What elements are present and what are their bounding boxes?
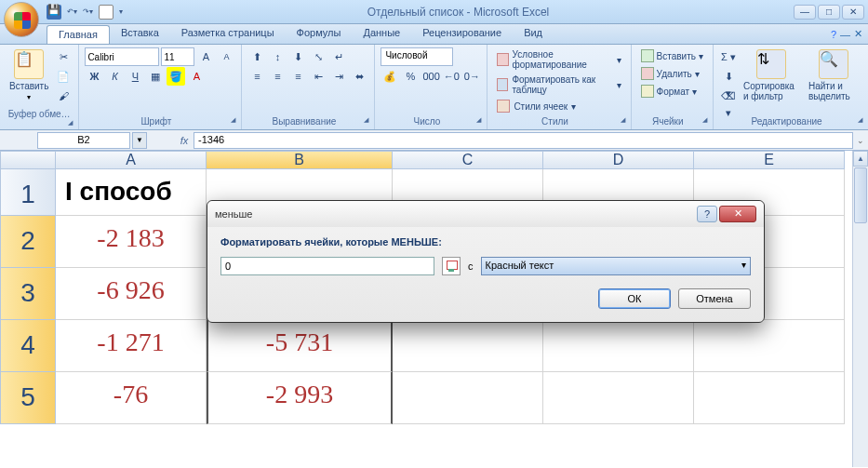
cell-styles-button[interactable]: Стили ячеек ▾ [493,98,580,114]
orientation-icon[interactable]: ⤡ [309,47,327,66]
italic-button[interactable]: К [105,67,124,86]
vertical-scrollbar[interactable]: ▲ [852,151,868,467]
clear-icon[interactable]: ⌫ ▾ [719,87,738,105]
dialog-close-button[interactable]: ✕ [719,206,756,222]
percent-icon[interactable]: % [401,67,420,86]
tab-review[interactable]: Рецензирование [411,24,513,44]
delete-cells-button[interactable]: Удалить ▾ [637,65,703,82]
currency-icon[interactable]: 💰 [381,67,399,86]
align-mid-icon[interactable]: ↕ [268,47,287,66]
insert-cells-button[interactable]: Вставить ▾ [637,47,707,64]
fill-color-icon[interactable]: 🪣 [167,67,185,86]
tab-insert[interactable]: Вставка [110,24,170,44]
cell[interactable] [543,320,694,372]
col-header-e[interactable]: E [694,151,845,169]
underline-button[interactable]: Ч [126,67,144,86]
fill-icon[interactable]: ⬇ ▾ [719,67,738,86]
format-cells-button[interactable]: Формат ▾ [637,83,701,100]
border-icon[interactable]: ▦ [146,67,165,86]
formula-input[interactable]: -1346 [194,132,853,149]
tab-formulas[interactable]: Формулы [286,24,353,44]
qat-item[interactable] [99,5,114,20]
undo-icon[interactable]: ↶▾ [67,7,77,16]
dec-decimal-icon[interactable]: 0→ [462,67,481,86]
row-header[interactable]: 1 [0,169,56,216]
align-bot-icon[interactable]: ⬇ [288,47,307,66]
sort-filter-button[interactable]: ⇅ Сортировка и фильтр [740,47,803,103]
cell[interactable]: -2 993 [207,372,393,424]
cell[interactable] [393,372,543,424]
col-header-c[interactable]: C [393,151,543,169]
maximize-button[interactable]: □ [818,5,840,20]
align-left-icon[interactable]: ≡ [247,67,266,86]
tab-home[interactable]: Главная [47,25,110,44]
cell[interactable] [543,372,694,424]
copy-icon[interactable]: 📄 [54,67,73,86]
cell[interactable]: I способ [56,169,207,216]
ribbon-min-icon[interactable]: — [840,29,850,40]
format-painter-icon[interactable]: 🖌 [54,87,73,105]
dialog-help-button[interactable]: ? [697,206,717,222]
cell[interactable]: -2 183 [56,216,207,268]
row-header[interactable]: 2 [0,216,56,268]
inc-decimal-icon[interactable]: ←0 [442,67,461,86]
find-select-button[interactable]: 🔍 Найти и выделить [805,47,862,103]
comma-icon[interactable]: 000 [421,67,440,86]
cancel-button[interactable]: Отмена [678,288,751,309]
col-header-b[interactable]: B [207,151,393,169]
close-button[interactable]: ✕ [842,5,864,20]
office-button[interactable] [4,2,39,37]
number-format-select[interactable]: Числовой [381,47,453,66]
merge-icon[interactable]: ⬌ [350,67,368,86]
format-table-button[interactable]: Форматировать как таблицу ▾ [493,73,624,97]
cut-icon[interactable]: ✂ [54,47,73,66]
font-name-select[interactable] [85,47,159,66]
redo-icon[interactable]: ↷▾ [83,7,93,16]
shrink-font-icon[interactable]: A [217,47,235,66]
row-header[interactable]: 3 [0,268,56,320]
tab-data[interactable]: Данные [352,24,411,44]
name-box-arrow[interactable]: ▼ [132,132,147,149]
cell[interactable] [694,320,845,372]
tab-layout[interactable]: Разметка страницы [170,24,286,44]
autosum-icon[interactable]: Σ ▾ [719,47,738,66]
align-right-icon[interactable]: ≡ [288,67,307,86]
cell[interactable] [694,372,845,424]
wrap-icon[interactable]: ↵ [329,47,348,66]
select-all-corner[interactable] [0,151,56,169]
minimize-button[interactable]: — [794,5,816,20]
indent-inc-icon[interactable]: ⇥ [329,67,348,86]
help-icon[interactable]: ? [831,29,836,40]
row-header[interactable]: 5 [0,372,56,424]
row-header[interactable]: 4 [0,320,56,372]
cell[interactable] [393,320,543,372]
align-top-icon[interactable]: ⬆ [247,47,266,66]
grow-font-icon[interactable]: A [196,47,215,66]
expand-formula-icon[interactable]: ⌄ [853,136,868,145]
font-color-icon[interactable]: A [187,67,206,86]
range-picker-button[interactable] [442,257,461,275]
conditional-format-button[interactable]: Условное форматирование ▾ [493,47,624,72]
format-select[interactable]: Красный текст [481,257,752,275]
app-close-icon[interactable]: ✕ [854,28,862,40]
col-header-a[interactable]: A [56,151,207,169]
cell[interactable]: -76 [56,372,207,424]
scroll-thumb[interactable] [854,167,867,223]
dialog-titlebar[interactable]: меньше ? ✕ [207,201,764,227]
scroll-up-icon[interactable]: ▲ [853,151,868,167]
align-center-icon[interactable]: ≡ [268,67,287,86]
font-size-select[interactable] [161,47,194,66]
save-icon[interactable] [47,5,61,20]
fx-label[interactable]: fx [175,135,194,146]
bold-button[interactable]: Ж [85,67,103,86]
ok-button[interactable]: ОК [598,288,671,309]
paste-button[interactable]: 📋 Вставить ▾ [6,47,52,103]
threshold-input[interactable] [220,257,434,275]
indent-dec-icon[interactable]: ⇤ [309,67,327,86]
tab-view[interactable]: Вид [513,24,554,44]
col-header-d[interactable]: D [543,151,694,169]
cell[interactable]: -5 731 [207,320,393,372]
cell[interactable]: -1 271 [56,320,207,372]
cell[interactable]: -6 926 [56,268,207,320]
name-box[interactable]: B2 [37,132,130,149]
